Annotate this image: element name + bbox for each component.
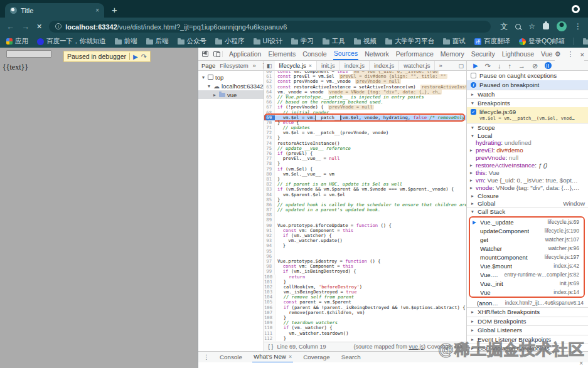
file-tab-index.js[interactable]: index.js (340, 61, 370, 71)
tab-vue[interactable]: Vue (540, 48, 553, 60)
browser-menu-icon[interactable]: ⋮ (574, 22, 582, 31)
file-tab-init.js[interactable]: init.js (317, 61, 340, 71)
breakpoints-section-header[interactable]: ▾ Breakpoints (467, 98, 588, 107)
scope-local-header[interactable]: ▾ Local (467, 132, 588, 139)
bookmark-item[interactable]: 后端 (146, 37, 169, 46)
zoom-icon[interactable] (515, 24, 521, 29)
braces-icon[interactable]: { } (268, 344, 274, 350)
url-bar[interactable]: i localhost:63342/vue/dist/index.html?_i… (49, 21, 491, 33)
drawer-menu-icon[interactable]: ⋮ (203, 354, 210, 360)
bookmark-item[interactable]: 学习 (291, 37, 314, 46)
forward-icon[interactable]: → (21, 22, 29, 31)
line-number[interactable]: 112 (264, 336, 275, 341)
devtools-close-icon[interactable]: × (580, 51, 584, 58)
back-icon[interactable]: ← (6, 22, 14, 31)
scope-global-header[interactable]: ▸ Global Window (467, 199, 588, 207)
tab-console[interactable]: Console (302, 48, 328, 60)
bookmark-item[interactable]: 百度一下，你就知道 (37, 37, 106, 46)
scope-variable[interactable]: hydrating: undefined (467, 139, 588, 147)
bookmark-item[interactable]: 工具 (323, 37, 345, 46)
sidebar-section-event-listener-breakpoints[interactable]: ▸Event Listener Breakpoints (467, 335, 588, 344)
call-stack-section-header[interactable]: ▾ Call Stack (467, 207, 588, 216)
settings-gear-icon[interactable]: ⚙ (555, 50, 561, 58)
bookmark-item[interactable]: 公众号 (178, 37, 207, 46)
tree-item-vue[interactable]: ▸vue (198, 90, 264, 99)
tab-performance[interactable]: Performance (395, 48, 434, 60)
page-text-input[interactable] (6, 50, 51, 58)
pause-on-caught-checkbox[interactable] (471, 73, 476, 78)
step-into-button[interactable]: ↓ (498, 62, 501, 70)
sidebar-section-global-listeners[interactable]: ▸Global Listeners (467, 325, 588, 335)
scope-variable[interactable]: ▸restoreActiveInstance: ƒ () (467, 162, 588, 169)
sidebar-section-xhr-fetch-breakpoints[interactable]: ▸XHR/fetch Breakpoints (467, 307, 588, 317)
bookmark-star-icon[interactable]: ☆ (528, 22, 535, 31)
resume-script-icon[interactable]: ▶ (133, 53, 138, 60)
bookmark-item[interactable]: 应用 (6, 37, 28, 46)
call-stack-frame[interactable]: Vue.$mountindex.js:42 (470, 261, 584, 270)
drawer-tab-console[interactable]: Console (218, 352, 243, 363)
watch-section-header[interactable]: ▸ Watch (467, 90, 588, 98)
tab-network[interactable]: Network (364, 48, 390, 60)
breakpoint-entry[interactable]: ✓ lifecycle.js:69 vm.$el = vm.__patch__(… (467, 107, 588, 123)
profile-avatar[interactable] (557, 21, 567, 31)
tab-page[interactable]: Page (201, 62, 215, 69)
navigator-menu-icon[interactable]: ⋮ (260, 62, 264, 69)
call-stack-frame[interactable]: ▶Vue._updatelifecycle.js:69 (470, 218, 584, 226)
watermark-close-icon[interactable]: × (579, 360, 583, 367)
call-stack-frame[interactable]: (anonymous)index.html?_ijt…4u6kspanuv6:1… (467, 298, 588, 307)
bookmark-item[interactable]: 面试 (443, 37, 466, 46)
file-tabs-more-icon[interactable]: » (435, 62, 446, 69)
code-area[interactable]: 60const vm: Component = thisvm = Vue {_u… (264, 71, 466, 342)
call-stack-frame[interactable]: updateComponentlifecycle.js:190 (470, 226, 584, 235)
browser-tab[interactable]: Title × (5, 3, 104, 18)
drawer-tab-search[interactable]: Search (340, 352, 362, 363)
file-tab-close-icon[interactable]: × (309, 63, 312, 69)
drawer-tab-coverage[interactable]: Coverage (302, 352, 331, 363)
tab-elements[interactable]: Elements (267, 48, 296, 60)
deactivate-breakpoints-button[interactable]: ⊘ (532, 62, 538, 70)
file-tab-index.js[interactable]: index.js (370, 61, 399, 71)
bookmark-item[interactable]: 译百度翻译 (474, 37, 510, 46)
scope-variable[interactable]: prevVnode: null (467, 154, 588, 162)
step-button[interactable]: → (518, 62, 525, 70)
call-stack-frame[interactable]: mountComponentlifecycle.js:197 (470, 253, 584, 261)
step-over-icon[interactable]: ↷ (141, 53, 147, 61)
scope-closure-header[interactable]: ▸ Closure (467, 192, 588, 199)
devtools-menu-icon[interactable]: ⋮ (567, 50, 574, 58)
step-over-button[interactable]: ↷ (485, 62, 491, 70)
tab-sources[interactable]: Sources (333, 48, 359, 60)
breakpoint-checkbox[interactable]: ✓ (471, 109, 476, 115)
scope-variable[interactable]: ▸prevEl: div#demo (467, 147, 588, 154)
new-tab-button[interactable]: + (112, 4, 117, 15)
tab-close-icon[interactable]: × (95, 7, 99, 14)
bookmark-item[interactable]: 前端 (115, 37, 137, 46)
tab-application[interactable]: Application (228, 48, 262, 60)
bookmark-item[interactable]: 视频 (354, 37, 377, 46)
tab-memory[interactable]: Memory (440, 48, 465, 60)
stop-reload-icon[interactable]: ✕ (36, 23, 42, 31)
call-stack-frame[interactable]: Vueindex.js:14 (470, 288, 584, 297)
file-tab-lifecycle.js[interactable]: lifecycle.js× (275, 61, 318, 71)
tree-item-localhost:63342[interactable]: ▾☁localhost:63342 (198, 81, 264, 90)
panel-toggle-icon[interactable]: ◧ (264, 63, 275, 69)
extensions-icon[interactable] (543, 23, 549, 29)
device-toolbar-icon[interactable] (213, 51, 220, 56)
scope-variable[interactable]: ▸vm: Vue {_uid: 0, _isVue: true, $opt… (467, 177, 588, 184)
file-tab-watcher.js[interactable]: watcher.js (399, 61, 435, 71)
sidebar-section-csp-violation-breakpoints[interactable]: ▸CSP Violation Breakpoints (467, 344, 588, 351)
call-stack-frame[interactable]: Watcherwatcher.js:96 (470, 244, 584, 253)
tab-security[interactable]: Security (471, 48, 496, 60)
tree-item-top[interactable]: ▾top (198, 73, 264, 81)
scope-variable[interactable]: ▸this: Vue (467, 169, 588, 177)
drawer-tab-close-icon[interactable]: × (289, 354, 292, 360)
call-stack-frame[interactable]: Vue._initinit.js:69 (470, 279, 584, 288)
resume-button[interactable]: ▶ (473, 62, 478, 69)
scope-section-header[interactable]: ▾ Scope (467, 123, 588, 132)
tab-filesystem[interactable]: Filesystem (220, 62, 248, 69)
call-stack-frame[interactable]: Vue.$mountentry-runtime-w…compiler.js:82 (470, 270, 584, 279)
bookmark-item[interactable]: UI设计 (254, 37, 283, 46)
source-map-link[interactable]: vue.js (409, 344, 424, 350)
site-info-icon[interactable]: i (55, 23, 61, 29)
bookmark-item[interactable]: 其他书签 (583, 37, 588, 46)
inspect-element-icon[interactable] (202, 51, 208, 57)
